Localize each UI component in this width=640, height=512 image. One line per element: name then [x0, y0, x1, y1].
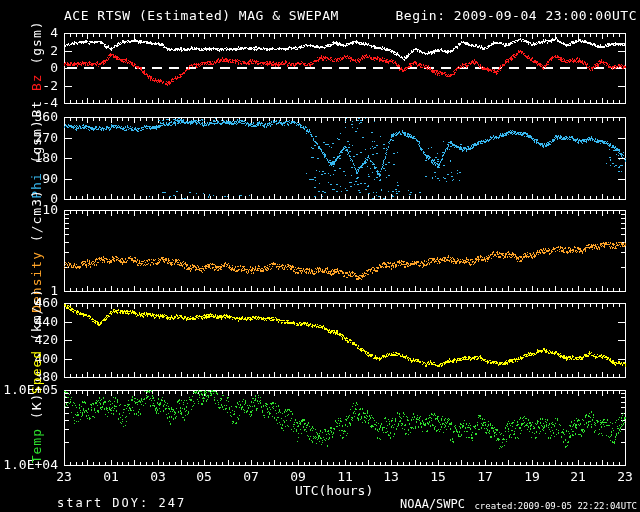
- x-axis-tick-label: 11: [325, 470, 365, 483]
- x-axis-tick-label: 01: [91, 470, 131, 483]
- panel-y-axis-label-part: (gsm): [29, 20, 44, 64]
- panel-y-axis-label-part: (km/s): [29, 288, 44, 341]
- x-axis-tick-label: 21: [558, 470, 598, 483]
- x-axis-tick-label: 05: [184, 470, 224, 483]
- source-label: NOAA/SWPC: [400, 498, 465, 511]
- created-timestamp: created:2009-09-05 22:22:04UTC: [474, 500, 637, 512]
- begin-timestamp: Begin: 2009-09-04 23:00:00UTC: [396, 9, 637, 22]
- x-axis-tick-label: 07: [231, 470, 271, 483]
- ace-rtsw-solar-wind-plot: ACE RTSW (Estimated) MAG & SWEPAM Begin:…: [0, 0, 640, 512]
- x-axis-tick-label: 23: [605, 470, 640, 483]
- panel-y-axis-label-part: (gsm): [29, 119, 44, 163]
- x-axis-title: UTC(hours): [295, 484, 373, 497]
- panel-y-axis-label-part: (/cm3): [29, 189, 44, 242]
- plot-canvas: [0, 0, 640, 512]
- x-axis-tick-label: 09: [278, 470, 318, 483]
- panel-y-axis-label-part: (K): [29, 393, 44, 419]
- x-axis-tick-label: 03: [138, 470, 178, 483]
- panel-y-axis-label-part: Bz: [29, 64, 44, 90]
- x-axis-tick-label: 23: [44, 470, 84, 483]
- start-doy-label: start DOY: 247: [57, 497, 186, 510]
- x-axis-tick-label: 13: [371, 470, 411, 483]
- x-axis-tick-label: 19: [512, 470, 552, 483]
- x-axis-tick-label: 15: [418, 470, 458, 483]
- panel-y-axis-label-part: Temp: [29, 419, 44, 463]
- x-axis-tick-label: 17: [465, 470, 505, 483]
- page-title: ACE RTSW (Estimated) MAG & SWEPAM: [64, 9, 339, 22]
